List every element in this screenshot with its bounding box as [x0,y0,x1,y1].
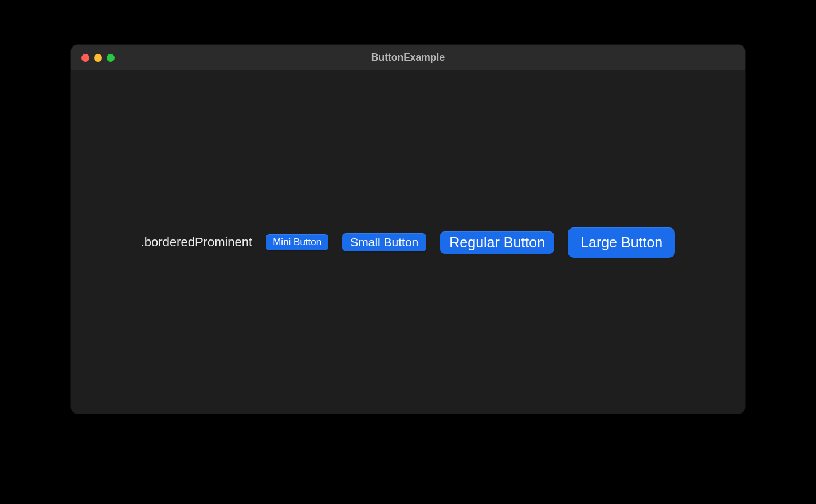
large-button[interactable]: Large Button [568,227,675,258]
zoom-icon[interactable] [107,54,115,62]
mini-button[interactable]: Mini Button [266,234,328,250]
regular-button[interactable]: Regular Button [440,231,554,254]
button-row: .borderedProminent Mini Button Small But… [141,227,676,258]
window-content: .borderedProminent Mini Button Small But… [71,71,745,414]
app-window: ButtonExample .borderedProminent Mini Bu… [71,45,745,414]
window-title: ButtonExample [71,52,745,64]
close-icon[interactable] [81,54,89,62]
style-label: .borderedProminent [141,235,252,250]
minimize-icon[interactable] [94,54,102,62]
window-controls [81,54,115,62]
small-button[interactable]: Small Button [342,233,426,251]
titlebar: ButtonExample [71,45,745,71]
